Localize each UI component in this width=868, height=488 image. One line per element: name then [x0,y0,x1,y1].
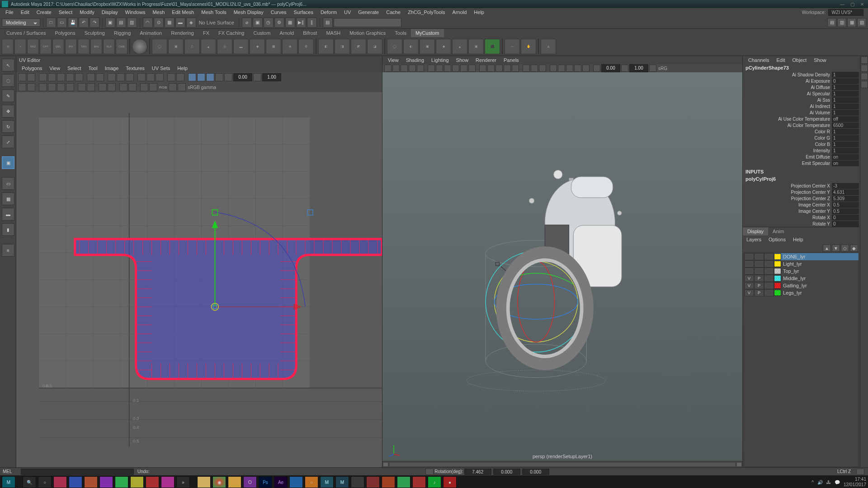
vp-menu-renderer[interactable]: Renderer [472,56,500,64]
cb-menu-object[interactable]: Object [788,56,810,64]
uv-stack-icon[interactable] [156,73,164,81]
uv-toggle-rgb-icon[interactable] [149,83,157,91]
uv-rotate-ccw-icon[interactable] [57,73,65,81]
vp-color-icon[interactable] [649,65,656,72]
lasso-tool-icon[interactable]: ◌ [2,74,14,87]
attr-value[interactable]: 0 [832,221,859,227]
vp-img-plane-icon[interactable] [401,65,408,72]
shelf-tab-rigging[interactable]: Rigging [109,29,135,37]
maya-logo-icon[interactable]: M [2,476,15,488]
menu-mesh-display[interactable]: Mesh Display [230,9,267,15]
uv-menu-tool[interactable]: Tool [85,64,101,72]
script-output-icon[interactable] [856,469,864,475]
vp-film-gate-icon[interactable] [436,65,443,72]
taskbar-app-8-icon[interactable] [161,476,175,488]
uv-color-icon[interactable] [206,73,214,81]
menu-curves[interactable]: Curves [267,9,290,15]
rotation-value-y[interactable]: 0.000 [493,469,520,475]
attr-value[interactable]: 1 [832,148,859,154]
taskbar-explorer-icon[interactable] [197,476,211,488]
shelf-add-icon[interactable]: + [14,39,26,54]
vp-menu-lighting[interactable]: Lighting [428,56,453,64]
toggle-modeling-toolkit-icon[interactable] [861,65,868,72]
vp-shadows-icon[interactable] [512,65,519,72]
maximize-button[interactable]: ▢ [848,2,856,7]
attr-value[interactable]: 0.5 [832,202,859,208]
layer-color-swatch[interactable] [774,275,781,282]
attr-value[interactable]: 1 [832,97,859,103]
attr-value[interactable]: 1 [832,103,859,109]
uv-copy-icon[interactable] [78,83,86,91]
uv-exposure-value[interactable]: 0.00 [233,73,252,81]
taskbar-more-icon[interactable]: » [176,476,190,488]
shelf-tab-custom[interactable]: Custom [249,29,275,37]
shelf-sculpt-icon[interactable]: ✋ [521,39,536,54]
vp-menu-shading[interactable]: Shading [402,56,428,64]
vp-bookmark-icon[interactable] [392,65,400,72]
tray-action-center-icon[interactable]: 💬 [835,480,840,485]
taskbar-app-m1-icon[interactable]: M [320,476,334,488]
shelf-extrude-icon[interactable]: ◧ [318,39,334,54]
uv-alpha-icon[interactable] [178,83,186,91]
shelf-freeze-icon[interactable]: FRZ [27,39,39,54]
uv-sew-icon[interactable] [96,73,104,81]
vp-wireframe-icon[interactable] [479,65,486,72]
select-tool-icon[interactable]: ↖ [2,59,14,71]
outliner-toggle-icon[interactable]: ≡ [2,244,14,257]
vp-xray-icon[interactable] [531,65,538,72]
taskbar-app-o2-icon[interactable]: ○ [305,476,318,488]
taskbar-app-k-icon[interactable] [412,476,426,488]
uv-flip-v-icon[interactable] [48,73,56,81]
uv-unfold-icon[interactable] [167,73,175,81]
vp-field-chart-icon[interactable] [460,65,467,72]
panel-single-icon[interactable]: ▭ [2,177,14,190]
attr-value[interactable]: 5.309 [832,196,859,202]
taskbar-app-2-icon[interactable] [69,476,82,488]
taskbar-photoshop-icon[interactable]: Ps [259,476,272,488]
shelf-polycylinder-icon[interactable]: ▯ [184,39,200,54]
layer-display-type-toggle[interactable] [764,282,774,289]
layer-playback-toggle[interactable]: P [754,282,764,289]
taskbar-app-m2-icon[interactable]: M [335,476,349,488]
shelf-tab-mycustom[interactable]: MyCustom [411,29,444,37]
layer-menu-help[interactable]: Help [789,235,807,244]
vp-view-transform-icon[interactable] [566,65,573,72]
snap-curve-icon[interactable]: ◠ [143,18,153,28]
select-object-icon[interactable]: ▥ [127,18,137,28]
layer-row[interactable]: DONE_lyr [744,253,859,260]
uv-snap-icon[interactable] [39,83,47,91]
layer-visibility-toggle[interactable] [744,267,754,275]
uv-grid-pixel-icon[interactable] [99,83,107,91]
attr-value[interactable]: 1 [832,84,859,90]
shelf-polydisc-icon[interactable]: ◆ [250,39,265,54]
shelf-trans-icon[interactable]: TRN [78,39,90,54]
toggle-attr-editor-icon[interactable] [861,56,868,64]
snap-live-icon[interactable]: ◈ [186,18,196,28]
minimize-button[interactable]: — [838,2,846,7]
uv-select-border-icon[interactable] [27,73,35,81]
layer-row[interactable]: Light_lyr [744,260,859,267]
shelf-mirror-icon[interactable]: ◐ [403,39,419,54]
attr-value[interactable]: 1 [832,129,859,135]
taskbar-chrome-icon[interactable]: ◉ [212,476,226,488]
open-scene-icon[interactable]: ▭ [57,18,67,28]
menu-windows[interactable]: Windows [122,9,149,15]
taskbar-app-6-icon[interactable] [130,476,144,488]
layer-visibility-toggle[interactable] [744,260,754,267]
attr-value[interactable]: 1 [832,110,859,116]
taskbar-app-1-icon[interactable] [53,476,67,488]
tray-up-icon[interactable]: ^ [811,480,814,485]
toggle-tool-settings-icon[interactable] [861,73,868,80]
taskbar-app-j-icon[interactable] [397,476,410,488]
shelf-polygear-icon[interactable]: ⚙ [298,39,314,54]
layer-row[interactable]: VPGatling_lyr [744,282,859,289]
layer-playback-toggle[interactable] [754,267,764,275]
uv-unpin-icon[interactable] [57,83,65,91]
layer-visibility-toggle[interactable]: V [744,282,754,289]
render-frame-icon[interactable]: ▣ [253,18,263,28]
shelf-fillhole-icon[interactable]: ◆ [436,39,451,54]
channel-input-node-name[interactable]: polyCylProj6 [743,175,860,183]
shelf-bridge-icon[interactable]: ◩ [351,39,366,54]
mode-selector[interactable]: Modeling [2,19,40,27]
taskbar-app-i-icon[interactable] [382,476,395,488]
